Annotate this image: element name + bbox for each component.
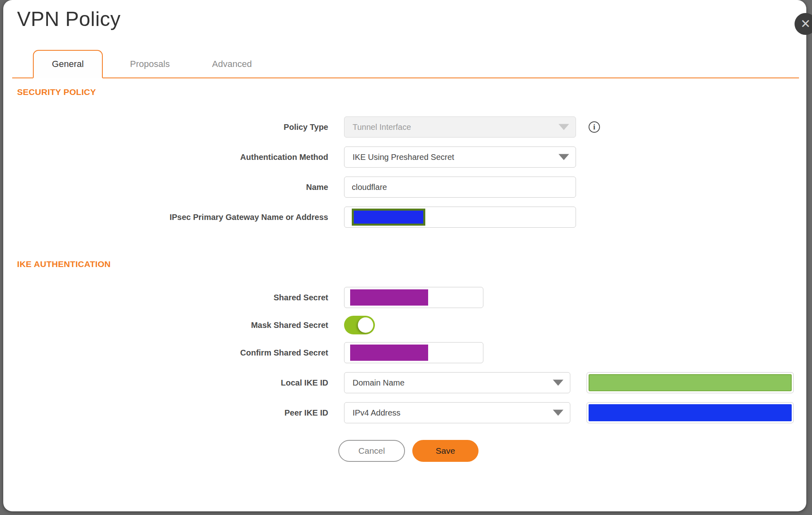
local-ike-id-input[interactable]	[587, 372, 794, 393]
peer-ike-id-type-value: IPv4 Address	[353, 408, 401, 418]
policy-type-select: Tunnel Interface	[344, 116, 576, 138]
tab-proposals-label: Proposals	[130, 59, 170, 69]
close-icon[interactable]: ✕	[795, 13, 812, 35]
peer-ike-id-input[interactable]	[587, 402, 794, 423]
vpn-policy-dialog: ✕ VPN Policy General Proposals Advanced …	[3, 0, 806, 511]
cancel-button[interactable]: Cancel	[338, 440, 405, 462]
name-value: cloudflare	[352, 183, 387, 192]
tab-general-label: General	[52, 59, 84, 69]
chevron-down-icon	[553, 410, 563, 416]
mask-shared-secret-label: Mask Shared Secret	[3, 321, 328, 330]
tab-bar: General Proposals Advanced	[12, 50, 799, 78]
authentication-method-value: IKE Using Preshared Secret	[353, 153, 454, 162]
page-title: VPN Policy	[17, 7, 806, 31]
mask-shared-secret-toggle[interactable]	[344, 316, 375, 334]
local-ike-id-select[interactable]: Domain Name	[344, 372, 570, 393]
tab-general[interactable]: General	[33, 50, 103, 78]
section-security-policy: SECURITY POLICY	[17, 87, 806, 97]
tab-proposals[interactable]: Proposals	[115, 51, 185, 78]
chevron-down-icon	[559, 154, 569, 160]
name-label: Name	[3, 183, 328, 192]
chevron-down-icon	[559, 124, 569, 130]
toggle-knob	[358, 317, 373, 333]
peer-ike-id-select[interactable]: IPv4 Address	[344, 402, 570, 423]
authentication-method-label: Authentication Method	[3, 153, 328, 162]
local-ike-id-redacted-value	[589, 374, 792, 391]
peer-ike-id-redacted-value	[589, 404, 792, 421]
save-button[interactable]: Save	[412, 440, 479, 462]
name-input[interactable]: cloudflare	[344, 177, 576, 198]
section-ike-authentication: IKE AUTHENTICATION	[17, 259, 806, 269]
confirm-shared-secret-input[interactable]	[344, 342, 483, 363]
shared-secret-label: Shared Secret	[3, 293, 328, 302]
local-ike-id-label: Local IKE ID	[3, 378, 328, 388]
policy-type-value: Tunnel Interface	[353, 123, 411, 132]
gateway-redacted-value	[352, 209, 425, 226]
shared-secret-input[interactable]	[344, 287, 483, 308]
gateway-input[interactable]	[344, 207, 576, 228]
chevron-down-icon	[553, 380, 563, 386]
gateway-label: IPsec Primary Gateway Name or Address	[3, 213, 328, 222]
info-icon[interactable]: i	[589, 121, 600, 133]
shared-secret-redacted-value	[350, 289, 428, 306]
confirm-shared-secret-label: Confirm Shared Secret	[3, 348, 328, 358]
confirm-shared-secret-redacted-value	[350, 345, 428, 361]
local-ike-id-type-value: Domain Name	[353, 378, 405, 388]
tab-advanced[interactable]: Advanced	[197, 51, 267, 78]
peer-ike-id-label: Peer IKE ID	[3, 408, 328, 418]
authentication-method-select[interactable]: IKE Using Preshared Secret	[344, 147, 576, 168]
policy-type-label: Policy Type	[3, 123, 328, 132]
tab-advanced-label: Advanced	[212, 59, 252, 69]
